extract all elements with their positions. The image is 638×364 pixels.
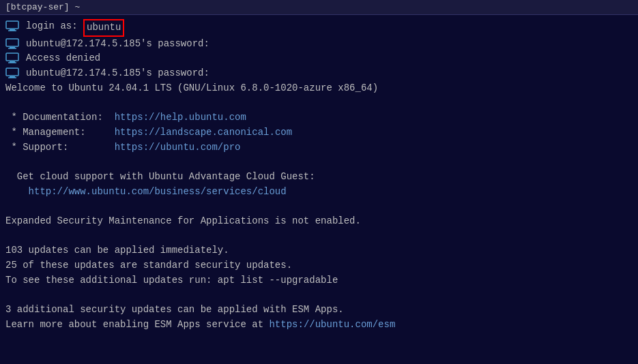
- access-denied-text: Access denied: [26, 51, 100, 66]
- line-blank-5: [5, 288, 633, 303]
- line-support: * Support: https://ubuntu.com/pro: [5, 140, 633, 155]
- login-prompt-text: login as:: [26, 19, 83, 34]
- line-updates-3: To see these additional updates run: apt…: [5, 273, 633, 288]
- url-docs: https://help.ubuntu.com: [115, 112, 246, 123]
- svg-rect-3: [6, 39, 18, 46]
- svg-rect-6: [6, 53, 18, 61]
- url-cloud: http://www.ubuntu.com/business/services/…: [29, 186, 287, 197]
- icon-area-4: [5, 66, 26, 78]
- line-blank-1: [5, 95, 633, 110]
- line-updates-2: 25 of these updates are standard securit…: [5, 258, 633, 273]
- password-line-1-text: ubuntu@172.174.5.185's password:: [26, 37, 209, 52]
- line-password-1: ubuntu@172.174.5.185's password:: [5, 37, 633, 52]
- terminal-window: [btcpay-ser] ~ login as: ubuntu: [0, 0, 638, 364]
- login-username-highlighted: ubuntu: [83, 19, 124, 37]
- url-management: https://landscape.canonical.com: [115, 127, 292, 138]
- line-updates-1: 103 updates can be applied immediately.: [5, 243, 633, 258]
- computer-icon-4: [5, 67, 19, 78]
- svg-rect-9: [6, 68, 18, 76]
- line-welcome: Welcome to Ubuntu 24.04.1 LTS (GNU/Linux…: [5, 81, 633, 96]
- url-esm: https://ubuntu.com/esm: [269, 319, 395, 330]
- line-esm-apps-1: 3 additional security updates can be app…: [5, 303, 633, 318]
- title-bar: [btcpay-ser] ~: [0, 0, 638, 15]
- line-login: login as: ubuntu: [5, 19, 633, 37]
- icon-area-3: [5, 51, 26, 63]
- line-blank-3: [5, 199, 633, 214]
- svg-rect-0: [6, 21, 18, 29]
- url-support: https://ubuntu.com/pro: [115, 142, 241, 153]
- line-management: * Management: https://landscape.canonica…: [5, 125, 633, 140]
- line-cloud-2: http://www.ubuntu.com/business/services/…: [5, 185, 633, 200]
- computer-icon-3: [5, 52, 19, 63]
- line-access-denied: Access denied: [5, 51, 633, 66]
- line-blank-2: [5, 155, 633, 170]
- line-documentation: * Documentation: https://help.ubuntu.com: [5, 110, 633, 125]
- password-line-2-text: ubuntu@172.174.5.185's password:: [26, 66, 209, 81]
- line-esm-apps-2: Learn more about enabling ESM Apps servi…: [5, 318, 633, 333]
- line-blank-4: [5, 229, 633, 244]
- icon-area-2: [5, 37, 26, 49]
- title-bar-label: [btcpay-ser] ~: [5, 2, 80, 12]
- line-cloud-1: Get cloud support with Ubuntu Advantage …: [5, 170, 633, 185]
- computer-icon-1: [5, 20, 19, 31]
- line-esm: Expanded Security Maintenance for Applic…: [5, 214, 633, 229]
- terminal-content[interactable]: login as: ubuntu ubuntu@172.174.5.185's …: [0, 15, 638, 364]
- line-password-2: ubuntu@172.174.5.185's password:: [5, 66, 633, 81]
- icon-area-1: [5, 19, 26, 31]
- computer-icon-2: [5, 38, 19, 49]
